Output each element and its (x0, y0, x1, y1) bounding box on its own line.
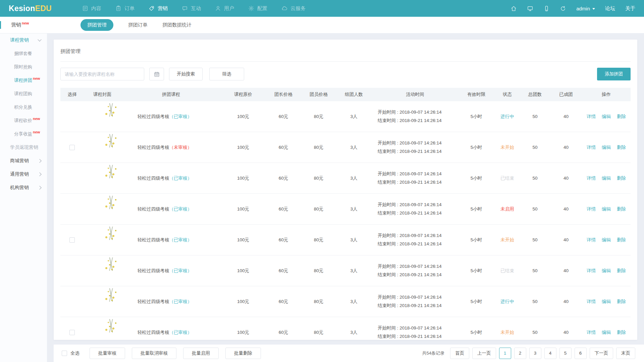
tab-group-management[interactable]: 拼团管理 (80, 19, 113, 31)
batch-button[interactable]: 批量取消审核 (132, 348, 176, 359)
edit-link[interactable]: 编辑 (602, 114, 611, 120)
select-all-checkbox[interactable] (62, 351, 67, 356)
page-button[interactable]: 首页 (450, 348, 469, 359)
row-checkbox[interactable] (69, 237, 75, 243)
delete-link[interactable]: 删除 (617, 114, 626, 120)
nav-item-content[interactable]: 内容 (75, 0, 108, 17)
course-title: 轻松过四级考核 (138, 114, 169, 119)
page-button[interactable]: 5 (559, 348, 572, 359)
monitor-icon[interactable] (527, 5, 533, 12)
start-time: 开始时间 : 2018-09-07 14:26:14 (378, 201, 458, 209)
detail-link[interactable]: 详情 (587, 237, 596, 243)
row-actions: 详情编辑删除 (582, 329, 631, 336)
tab-bar: 拼团管理 拼团订单 拼团数据统计 (80, 17, 192, 33)
detail-link[interactable]: 详情 (587, 144, 596, 150)
refresh-icon[interactable] (560, 5, 566, 12)
forum-link[interactable]: 论坛 (605, 5, 615, 12)
detail-link[interactable]: 详情 (587, 206, 596, 212)
detail-link[interactable]: 详情 (587, 175, 596, 181)
delete-link[interactable]: 删除 (617, 237, 626, 243)
delete-link[interactable]: 删除 (617, 206, 626, 212)
detail-link[interactable]: 详情 (587, 329, 596, 336)
edit-link[interactable]: 编辑 (602, 268, 611, 274)
delete-link[interactable]: 删除 (617, 329, 626, 336)
page-button[interactable]: 下一页 (590, 348, 613, 359)
table-row: 轻松过四级考核（已审核） 100元 60元 80元 3人 开始时间 : 2018… (60, 317, 631, 340)
filter-button[interactable]: 筛选 (209, 68, 244, 80)
delete-link[interactable]: 删除 (617, 144, 626, 150)
nav-item-orders[interactable]: 订单 (108, 0, 142, 17)
batch-button[interactable]: 批量审核 (90, 348, 125, 359)
total-groups: 50 (520, 299, 550, 304)
sidebar-item[interactable]: 课程团购 (0, 87, 47, 101)
edit-link[interactable]: 编辑 (602, 144, 611, 150)
page-button[interactable]: 1 (499, 348, 511, 359)
total-groups: 50 (520, 268, 550, 273)
edit-link[interactable]: 编辑 (602, 237, 611, 243)
course-title: 轻松过四级考核 (138, 299, 169, 304)
edit-link[interactable]: 编辑 (602, 175, 611, 181)
sidebar-item[interactable]: 分享收益new (0, 127, 47, 141)
select-all[interactable]: 全选 (62, 350, 79, 356)
detail-link[interactable]: 详情 (587, 299, 596, 305)
search-input[interactable] (60, 68, 144, 80)
edit-link[interactable]: 编辑 (602, 329, 611, 336)
delete-link[interactable]: 删除 (617, 299, 626, 305)
sidebar-item[interactable]: 课程砍价new (0, 114, 47, 127)
tab-group-statistics[interactable]: 拼团数据统计 (162, 19, 192, 31)
nav-item-users[interactable]: 用户 (208, 0, 241, 17)
nav-label: 配置 (257, 5, 267, 12)
sidebar-menu: 课程营销捆绑套餐限时抢购课程拼团new课程团购积分兑换课程砍价new分享收益ne… (0, 34, 47, 362)
start-time: 开始时间 : 2018-09-07 14:26:14 (378, 293, 458, 301)
sidebar-item[interactable]: 学员返现营销 (0, 141, 47, 154)
row-actions: 详情编辑删除 (582, 144, 631, 150)
delete-link[interactable]: 删除 (617, 268, 626, 274)
sidebar-item-label: 捆绑套餐 (14, 51, 32, 57)
batch-button[interactable]: 批量删除 (225, 348, 261, 359)
nav-item-marketing[interactable]: 营销 (142, 0, 175, 17)
column-header: 状态 (495, 92, 520, 98)
sidebar-item[interactable]: 通用营销 (0, 168, 47, 181)
page-button[interactable]: 末页 (616, 348, 635, 359)
chevron-right-icon (38, 159, 41, 163)
course-title: 轻松过四级考核 (138, 176, 169, 181)
add-group-button[interactable]: 添加拼团 (597, 68, 631, 80)
page-button[interactable]: 2 (514, 348, 526, 359)
row-checkbox[interactable] (69, 145, 75, 150)
sidebar-item-label: 积分兑换 (14, 104, 32, 110)
tab-group-orders[interactable]: 拼团订单 (128, 19, 148, 31)
nav-item-cloud[interactable]: 云服务 (274, 0, 313, 17)
delete-link[interactable]: 删除 (617, 175, 626, 181)
member-price: 80元 (302, 299, 335, 305)
page-button[interactable]: 3 (529, 348, 541, 359)
sidebar-item[interactable]: 课程拼团new (0, 74, 47, 87)
edit-link[interactable]: 编辑 (602, 299, 611, 305)
sidebar-item[interactable]: 限时抢购 (0, 60, 47, 74)
nav-item-interaction[interactable]: 互动 (175, 0, 208, 17)
sidebar-item[interactable]: 捆绑套餐 (0, 47, 47, 60)
detail-link[interactable]: 详情 (587, 114, 596, 120)
about-link[interactable]: 关于 (625, 5, 635, 12)
app-logo[interactable]: KesionEDU (9, 4, 52, 13)
page-button[interactable]: 4 (544, 348, 556, 359)
home-icon[interactable] (511, 5, 517, 12)
batch-button[interactable]: 批量启用 (183, 348, 219, 359)
sidebar-item[interactable]: 机构营销 (0, 181, 47, 194)
status-text: 未启用 (495, 206, 520, 212)
nav-item-settings[interactable]: 配置 (241, 0, 274, 17)
sidebar-item[interactable]: 积分兑换 (0, 101, 47, 114)
calendar-icon[interactable] (149, 68, 164, 80)
admin-menu[interactable]: admin (576, 6, 595, 11)
sidebar-item[interactable]: 课程营销 (0, 34, 47, 47)
sidebar-item[interactable]: 商城营销 (0, 154, 47, 168)
detail-link[interactable]: 详情 (587, 268, 596, 274)
start-search-button[interactable]: 开始搜索 (169, 68, 203, 80)
page-button[interactable]: 6 (575, 348, 587, 359)
edit-link[interactable]: 编辑 (602, 206, 611, 212)
user-icon (215, 5, 221, 11)
row-checkbox[interactable] (69, 330, 75, 335)
page-button[interactable]: 上一页 (472, 348, 496, 359)
group-size: 3人 (335, 114, 372, 120)
sidebar-item-label: 课程砍价 (14, 118, 32, 124)
mobile-icon[interactable] (543, 5, 550, 12)
